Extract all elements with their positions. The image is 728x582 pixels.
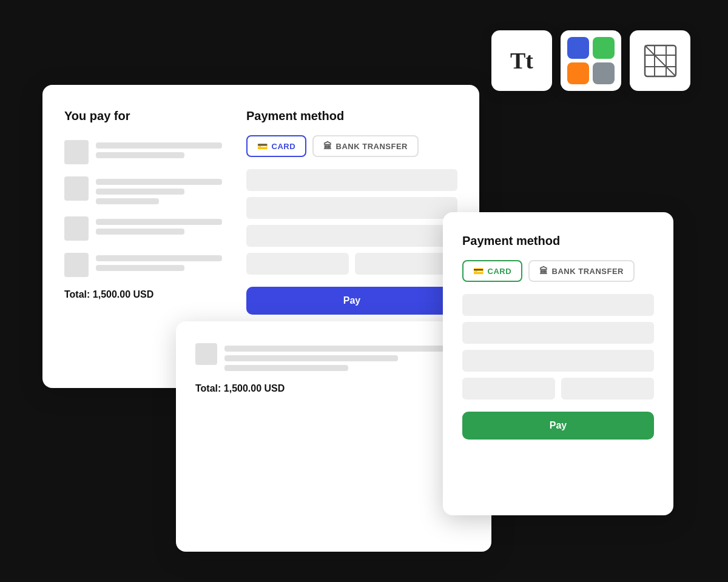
item-row-4 [64, 253, 222, 277]
skel-line [96, 198, 159, 204]
card-icon-right: 💳 [473, 266, 484, 276]
tab-card-right[interactable]: 💳 CARD [462, 260, 522, 282]
color-grid [567, 37, 615, 84]
bottom-lines-1 [224, 343, 472, 371]
skel-line [96, 255, 222, 261]
skel-line [224, 365, 348, 371]
item-lines-2 [96, 176, 222, 204]
typography-widget[interactable]: Tt [491, 30, 552, 91]
skel-line [96, 265, 184, 271]
tab-card-label-right: CARD [488, 267, 512, 276]
you-pay-for-title: You pay for [64, 109, 222, 123]
form-skeleton-right [462, 294, 654, 400]
form-field-row [246, 253, 457, 275]
tab-bank-label-main: BANK TRANSFER [336, 142, 408, 151]
pay-button-main[interactable]: Pay [246, 287, 457, 315]
item-row-1 [64, 140, 222, 164]
color-grid-widget[interactable] [561, 30, 621, 91]
bottom-item-row-1 [195, 343, 472, 371]
bank-icon-main: 🏛 [323, 141, 332, 151]
bank-icon-right: 🏛 [539, 266, 548, 276]
form-field-r4b [561, 378, 654, 400]
tab-row-main: 💳 CARD 🏛 BANK TRANSFER [246, 135, 457, 157]
form-field-r4a [462, 378, 555, 400]
form-field-4b [355, 253, 457, 275]
total-amount-bottom: Total: 1,500.00 USD [195, 383, 472, 394]
card-right-panel: Payment method 💳 CARD 🏛 BANK TRANSFER Pa… [443, 212, 673, 515]
typography-icon: Tt [510, 47, 533, 74]
grid-cell-green [593, 37, 615, 59]
item-thumb-2 [64, 176, 89, 201]
component-icon [644, 44, 677, 78]
scene: You pay for [30, 30, 698, 552]
svg-line-5 [645, 45, 676, 76]
skel-line [224, 346, 472, 352]
skel-line [96, 219, 222, 225]
tab-bank-right[interactable]: 🏛 BANK TRANSFER [528, 260, 635, 282]
form-field-3 [246, 225, 457, 247]
form-field-4a [246, 253, 349, 275]
item-thumb-3 [64, 216, 89, 241]
skel-line [224, 355, 398, 361]
item-lines-4 [96, 253, 222, 271]
tab-card-label-main: CARD [272, 142, 296, 151]
tab-bank-label-right: BANK TRANSFER [552, 267, 624, 276]
grid-cell-orange [567, 62, 589, 84]
payment-method-title-main: Payment method [246, 109, 457, 123]
item-thumb-1 [64, 140, 89, 164]
form-field-row-right [462, 378, 654, 400]
pay-button-right[interactable]: Pay [462, 412, 654, 440]
tab-row-right: 💳 CARD 🏛 BANK TRANSFER [462, 260, 654, 282]
skel-line [96, 152, 184, 158]
card-icon-main: 💳 [257, 141, 268, 151]
skel-line [96, 229, 184, 235]
form-field-r1 [462, 294, 654, 316]
grid-cell-blue [567, 37, 589, 59]
form-skeleton-main [246, 169, 457, 275]
skel-line [96, 179, 222, 185]
card-bottom-inner: Total: 1,500.00 USD [195, 343, 472, 394]
form-field-r3 [462, 350, 654, 372]
item-lines-1 [96, 140, 222, 158]
tab-bank-main[interactable]: 🏛 BANK TRANSFER [312, 135, 419, 157]
form-field-r2 [462, 322, 654, 344]
item-row-2 [64, 176, 222, 204]
skel-line [96, 142, 222, 149]
bottom-thumb-1 [195, 343, 217, 365]
payment-method-title-right: Payment method [462, 234, 654, 248]
item-lines-3 [96, 216, 222, 235]
total-amount-main: Total: 1,500.00 USD [64, 289, 222, 300]
item-row-3 [64, 216, 222, 241]
tab-card-main[interactable]: 💳 CARD [246, 135, 306, 157]
skel-line [96, 189, 184, 195]
icon-widgets: Tt [491, 30, 690, 91]
component-widget[interactable] [630, 30, 690, 91]
form-field-1 [246, 169, 457, 191]
item-thumb-4 [64, 253, 89, 277]
form-field-2 [246, 197, 457, 219]
grid-cell-gray [593, 62, 615, 84]
